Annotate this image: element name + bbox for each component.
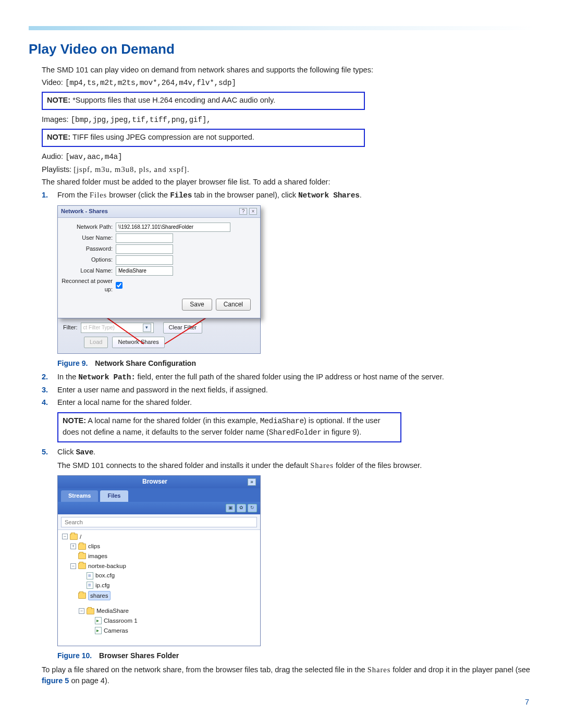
search-input[interactable]: [61, 517, 257, 527]
step-4: 4. Enter a local name for the shared fol…: [42, 397, 534, 408]
browser-titlebar: Browser »: [58, 476, 260, 488]
username-input[interactable]: [116, 233, 173, 243]
txt: folder and drop it in the player panel (…: [390, 665, 530, 674]
figure-10-screenshot: Browser » Streams Files ▣ ✿ ↻ −/ +clips …: [57, 475, 261, 646]
fig-label: Figure 10.: [57, 651, 92, 660]
note-label: NOTE:: [47, 133, 70, 141]
item-label: Classroom 1: [104, 616, 138, 625]
password-label: Password:: [61, 245, 116, 253]
options-input[interactable]: [116, 255, 173, 265]
tree-root[interactable]: −/: [61, 532, 257, 542]
localname-input[interactable]: [116, 266, 173, 276]
password-input[interactable]: [116, 244, 173, 254]
txt: browser (click the: [107, 191, 170, 199]
file-icon: [87, 572, 93, 579]
tree-item-cameras[interactable]: +Cameras: [61, 626, 257, 636]
txt: Enter a local name for the shared folder…: [57, 398, 192, 406]
txt-serif: Shares: [310, 461, 334, 470]
collapse-icon[interactable]: −: [62, 534, 68, 539]
titlebar-controls: ? ×: [239, 207, 257, 216]
step-number: 1.: [42, 190, 48, 201]
tree-item-boxcfg[interactable]: +box.cfg: [61, 571, 257, 581]
tree-item-clips[interactable]: +clips: [61, 541, 257, 551]
filter-strip: Filter: ct Filter Type) ▾ Clear Filter L…: [57, 318, 261, 354]
playlists-line: Playlists: [jspf, m3u, m3u8, pls, and xs…: [42, 164, 534, 175]
close-icon[interactable]: ×: [249, 208, 257, 215]
tree-item-images[interactable]: +images: [61, 551, 257, 561]
toolbar-icon-2[interactable]: ✿: [237, 504, 246, 512]
save-button[interactable]: Save: [182, 299, 212, 311]
help-icon[interactable]: ?: [239, 208, 247, 215]
tree-item-shares[interactable]: +shares: [61, 590, 257, 601]
tree-item-ipcfg[interactable]: +ip.cfg: [61, 581, 257, 590]
txt-serif: Files: [90, 191, 107, 199]
txt: Click: [57, 448, 76, 456]
step-number: 2.: [42, 372, 48, 382]
load-button[interactable]: Load: [84, 337, 108, 348]
tab-files[interactable]: Files: [100, 490, 128, 502]
note-h264: NOTE: *Supports files that use H.264 enc…: [42, 92, 365, 110]
txt: The SMD 101 connects to the shared folde…: [57, 461, 310, 470]
figure-5-link[interactable]: figure 5: [42, 676, 69, 685]
figure-9-caption: Figure 9. Network Share Configuration: [57, 358, 534, 368]
filter-type-combo[interactable]: ct Filter Type) ▾: [81, 323, 154, 333]
folder-icon: [78, 553, 86, 559]
item-label-selected: shares: [88, 591, 111, 601]
video-formats-line: Video: [mp4,ts,m2t,m2ts,mov*,264,m4v,flv…: [42, 77, 534, 89]
filter-label: Filter:: [63, 324, 78, 332]
folder-icon: [78, 563, 86, 569]
txt: tab in the browser panel), click: [192, 191, 298, 199]
txt-bold-mono: Network Shares: [298, 191, 360, 200]
item-label: box.cfg: [95, 571, 115, 580]
step-number: 4.: [42, 397, 48, 408]
audio-label: Audio:: [42, 152, 63, 161]
figure-9-screenshot: Network - Shares ? × Network Path: User …: [57, 205, 261, 354]
audio-formats: [wav,aac,m4a]: [65, 153, 122, 161]
expand-icon[interactable]: +: [70, 544, 76, 549]
step-number: 5.: [42, 447, 48, 458]
dialog-titlebar: Network - Shares ? ×: [58, 206, 260, 218]
cancel-button[interactable]: Cancel: [216, 299, 251, 311]
reconnect-label: Reconnect at power up:: [61, 277, 116, 294]
network-shares-button[interactable]: Network Shares: [112, 337, 164, 348]
note-label: NOTE:: [63, 416, 86, 425]
step-5: 5. Click Save. The SMD 101 connects to t…: [42, 447, 534, 471]
tree-item-nortxe[interactable]: −nortxe-backup: [61, 561, 257, 571]
dialog-title: Network - Shares: [61, 207, 108, 216]
network-path-input[interactable]: [116, 223, 230, 232]
item-label: Cameras: [104, 626, 128, 635]
images-formats-line: Images: [bmp,jpg,jpeg,tif,tiff,png,gif],: [42, 114, 534, 126]
figure-10-caption: Figure 10. Browser Shares Folder: [57, 650, 534, 661]
username-label: User Name:: [61, 234, 116, 242]
txt: folder of the files browser.: [334, 461, 422, 470]
collapse-icon[interactable]: »: [248, 478, 256, 486]
intro-text: The SMD 101 can play video on demand fro…: [42, 65, 534, 76]
fig-label: Figure 9.: [57, 359, 88, 367]
clear-filter-button[interactable]: Clear Filter: [163, 322, 203, 334]
collapse-icon[interactable]: −: [79, 608, 84, 614]
reconnect-checkbox[interactable]: [116, 282, 123, 289]
toolbar-icon-1[interactable]: ▣: [226, 504, 235, 512]
file-icon: [95, 627, 102, 634]
fig-title: Browser Shares Folder: [99, 651, 179, 660]
browser-toolbar: ▣ ✿ ↻: [58, 502, 260, 514]
combo-text: ct Filter Type): [83, 324, 115, 332]
video-formats: [mp4,ts,m2t,m2ts,mov*,264,m4v,flv*,sdp]: [65, 79, 236, 87]
txt: field, enter the full path of the shared…: [136, 373, 444, 381]
collapse-icon[interactable]: −: [70, 563, 76, 569]
txt: .: [360, 191, 362, 199]
tree-item-mediashare[interactable]: −MediaShare: [61, 606, 257, 616]
top-accent-bar: [29, 26, 534, 30]
shared-folder-text: The shared folder must be added to the p…: [42, 177, 534, 188]
localname-label: Local Name:: [61, 267, 116, 275]
folder-icon: [78, 544, 86, 550]
fig-title: Network Share Configuration: [95, 359, 196, 367]
toolbar-icon-3[interactable]: ↻: [248, 504, 257, 512]
note-text: *Supports files that use H.264 encoding …: [72, 96, 275, 104]
item-label: clips: [88, 542, 100, 551]
note-label: NOTE:: [47, 96, 70, 104]
tree-item-classroom[interactable]: +Classroom 1: [61, 616, 257, 626]
step-2: 2. In the Network Path: field, enter the…: [42, 372, 534, 383]
chevron-down-icon: ▾: [143, 324, 151, 332]
tab-streams[interactable]: Streams: [61, 490, 98, 502]
